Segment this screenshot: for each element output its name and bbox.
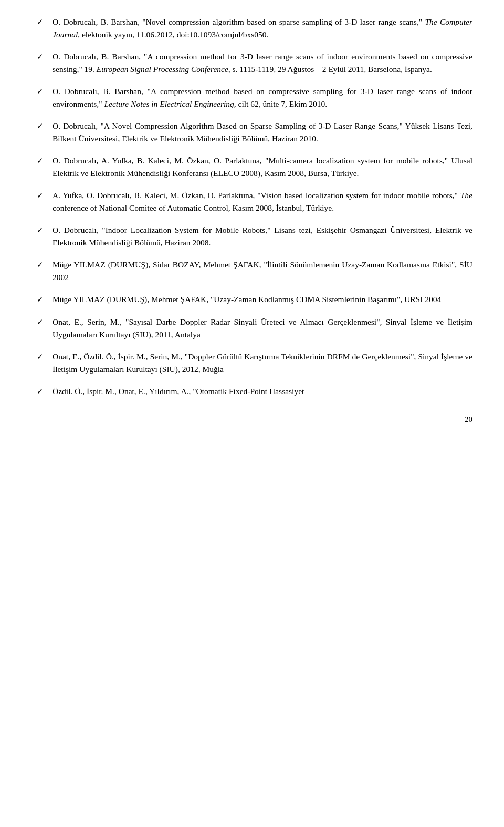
list-item: ✓ Müge YILMAZ (DURMUŞ), Sidar BOZAY, Meh… bbox=[37, 259, 472, 284]
list-item: ✓ A. Yufka, O. Dobrucalı, B. Kaleci, M. … bbox=[37, 189, 472, 214]
reference-text: O. Dobrucalı, B. Barshan, "A compression… bbox=[52, 85, 472, 110]
checkmark-icon: ✓ bbox=[37, 294, 46, 306]
reference-list: ✓ O. Dobrucalı, B. Barshan, "Novel compr… bbox=[37, 16, 472, 398]
checkmark-icon: ✓ bbox=[37, 155, 46, 167]
list-item: ✓ O. Dobrucalı, "Indoor Localization Sys… bbox=[37, 224, 472, 249]
checkmark-icon: ✓ bbox=[37, 351, 46, 363]
reference-text: Onat, E., Serin, M., "Sayısal Darbe Dopp… bbox=[52, 316, 472, 341]
reference-text: A. Yufka, O. Dobrucalı, B. Kaleci, M. Öz… bbox=[52, 189, 472, 214]
list-item: ✓ Özdil. Ö., İspir. M., Onat, E., Yıldır… bbox=[37, 385, 472, 398]
list-item: ✓ O. Dobrucalı, A. Yufka, B. Kaleci, M. … bbox=[37, 154, 472, 180]
reference-text: Özdil. Ö., İspir. M., Onat, E., Yıldırım… bbox=[52, 385, 472, 398]
list-item: ✓ Müge YILMAZ (DURMUŞ), Mehmet ŞAFAK, "U… bbox=[37, 293, 472, 306]
checkmark-icon: ✓ bbox=[37, 259, 46, 271]
list-item: ✓ O. Dobrucalı, "A Novel Compression Alg… bbox=[37, 120, 472, 145]
checkmark-icon: ✓ bbox=[37, 190, 46, 202]
reference-text: Müge YILMAZ (DURMUŞ), Mehmet ŞAFAK, "Uza… bbox=[52, 293, 472, 306]
checkmark-icon: ✓ bbox=[37, 386, 46, 398]
checkmark-icon: ✓ bbox=[37, 51, 46, 63]
list-item: ✓ O. Dobrucalı, B. Barshan, "A compressi… bbox=[37, 50, 472, 76]
checkmark-icon: ✓ bbox=[37, 16, 46, 28]
checkmark-icon: ✓ bbox=[37, 224, 46, 236]
reference-text: Müge YILMAZ (DURMUŞ), Sidar BOZAY, Mehme… bbox=[52, 259, 472, 284]
reference-text: O. Dobrucalı, "Indoor Localization Syste… bbox=[52, 224, 472, 249]
list-item: ✓ Onat, E., Özdil. Ö., İspir. M., Serin,… bbox=[37, 350, 472, 376]
list-item: ✓ O. Dobrucalı, B. Barshan, "A compressi… bbox=[37, 85, 472, 110]
checkmark-icon: ✓ bbox=[37, 86, 46, 98]
page-number: 20 bbox=[37, 414, 472, 426]
checkmark-icon: ✓ bbox=[37, 316, 46, 328]
checkmark-icon: ✓ bbox=[37, 120, 46, 132]
reference-text: O. Dobrucalı, A. Yufka, B. Kaleci, M. Öz… bbox=[52, 154, 472, 180]
reference-text: O. Dobrucalı, "A Novel Compression Algor… bbox=[52, 120, 472, 145]
reference-text: O. Dobrucalı, B. Barshan, "Novel compres… bbox=[52, 16, 472, 41]
list-item: ✓ Onat, E., Serin, M., "Sayısal Darbe Do… bbox=[37, 316, 472, 341]
reference-text: O. Dobrucalı, B. Barshan, "A compression… bbox=[52, 50, 472, 76]
reference-text: Onat, E., Özdil. Ö., İspir. M., Serin, M… bbox=[52, 350, 472, 376]
list-item: ✓ O. Dobrucalı, B. Barshan, "Novel compr… bbox=[37, 16, 472, 41]
